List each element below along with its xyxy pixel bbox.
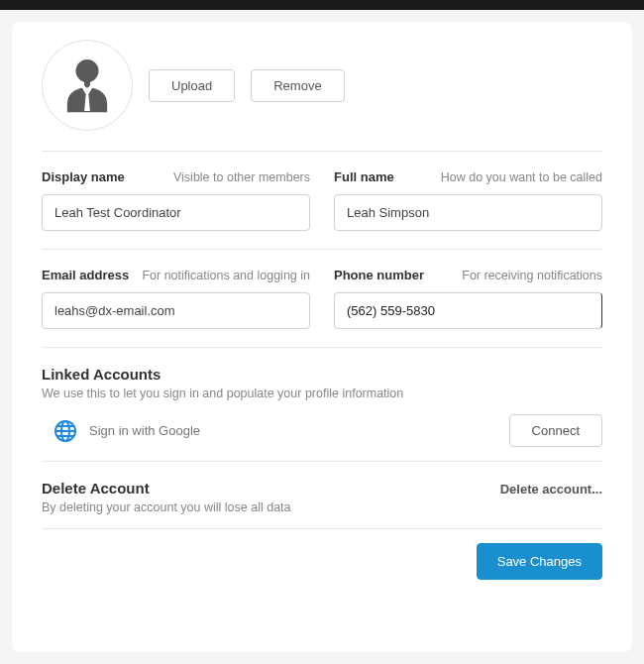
delete-account-link[interactable]: Delete account... <box>500 480 602 497</box>
full-name-label: Full name <box>334 169 394 184</box>
google-provider: Sign in with Google <box>42 419 200 443</box>
save-changes-button[interactable]: Save Changes <box>477 543 602 580</box>
save-row: Save Changes <box>42 529 602 580</box>
profile-settings-card: Upload Remove Display name Visible to ot… <box>12 22 632 652</box>
email-input[interactable] <box>42 292 310 329</box>
upload-button[interactable]: Upload <box>149 69 235 102</box>
google-label: Sign in with Google <box>89 423 200 438</box>
contact-row: Email address For notifications and logg… <box>42 250 602 348</box>
name-row: Display name Visible to other members Fu… <box>42 152 602 250</box>
linked-accounts-section: Linked Accounts We use this to let you s… <box>42 348 602 462</box>
display-name-hint: Visible to other members <box>173 170 310 184</box>
linked-accounts-desc: We use this to let you sign in and popul… <box>42 387 602 400</box>
phone-label: Phone number <box>334 268 424 282</box>
delete-account-title: Delete Account <box>42 480 500 497</box>
avatar[interactable] <box>42 40 133 131</box>
svg-point-0 <box>75 59 98 82</box>
delete-account-section: Delete Account By deleting your account … <box>42 462 602 529</box>
linked-accounts-title: Linked Accounts <box>42 366 602 383</box>
connect-button[interactable]: Connect <box>509 414 602 447</box>
phone-hint: For receiving notifications <box>462 269 602 282</box>
display-name-label: Display name <box>42 169 125 184</box>
display-name-input[interactable] <box>42 194 310 231</box>
avatar-section: Upload Remove <box>42 40 602 152</box>
globe-icon <box>54 419 77 443</box>
person-silhouette-icon <box>52 50 123 121</box>
phone-input[interactable] <box>334 292 602 329</box>
remove-button[interactable]: Remove <box>251 69 344 102</box>
full-name-input[interactable] <box>334 194 602 231</box>
email-hint: For notifications and logging in <box>142 269 310 282</box>
email-label: Email address <box>42 268 129 282</box>
full-name-hint: How do you want to be called <box>441 170 602 184</box>
delete-account-desc: By deleting your account you will lose a… <box>42 500 500 514</box>
